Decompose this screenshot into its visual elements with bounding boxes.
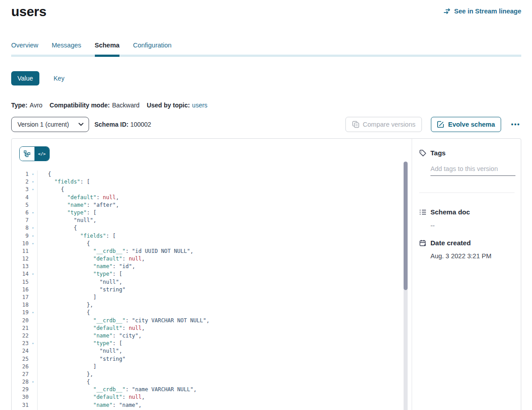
schema-id: Schema ID: 100002	[94, 121, 151, 128]
fold-arrow-icon[interactable]: ▾	[29, 171, 37, 178]
code-text: },	[37, 371, 412, 378]
line-number: 31	[12, 401, 29, 409]
date-created-heading: Date created	[430, 239, 471, 247]
code-line: 21 "default": null,	[12, 325, 412, 332]
fold-arrow-icon[interactable]: ▾	[29, 186, 37, 193]
code-editor[interactable]: 1▾{2▾ "fields": [3▾ {4 "default": null,5…	[12, 171, 412, 410]
line-number: 23	[12, 340, 29, 347]
list-icon	[419, 209, 426, 216]
line-number: 13	[12, 263, 29, 270]
line-number: 4	[12, 194, 29, 201]
tree-view-button[interactable]	[20, 147, 34, 161]
fold-spacer	[29, 255, 37, 263]
fold-arrow-icon[interactable]: ▾	[29, 378, 37, 386]
tags-heading: Tags	[430, 149, 446, 157]
line-number: 19	[12, 309, 29, 316]
code-text: {	[37, 224, 412, 232]
fold-spacer	[29, 401, 37, 409]
fold-arrow-icon[interactable]: ▾	[29, 178, 37, 186]
code-text: "name": "id",	[37, 263, 412, 270]
scrollbar-track[interactable]	[404, 162, 408, 410]
value-tab-button[interactable]: Value	[11, 71, 39, 85]
line-number: 16	[12, 286, 29, 294]
code-text: "fields": [	[37, 178, 412, 186]
code-text: {	[37, 171, 412, 178]
version-select[interactable]: Version 1 (current)	[11, 117, 89, 132]
code-panel: </> 1▾{2▾ "fields": [3▾ {4 "default": nu…	[12, 139, 412, 410]
meta-item: Used by topic:users	[147, 102, 208, 109]
compare-versions-button[interactable]: Compare versions	[345, 117, 422, 132]
fold-spacer	[29, 325, 37, 332]
fold-arrow-icon[interactable]: ▾	[29, 224, 37, 232]
fold-spacer	[29, 201, 37, 209]
line-number: 2	[12, 178, 29, 186]
line-number: 29	[12, 386, 29, 393]
code-text: "string"	[37, 355, 412, 363]
tree-view-icon	[24, 150, 30, 157]
code-text: "null",	[37, 278, 412, 286]
tab-configuration[interactable]: Configuration	[133, 42, 171, 57]
schema-doc-heading-row: Schema doc	[419, 208, 515, 216]
schema-toggle: Value Key	[11, 71, 521, 85]
line-number: 12	[12, 255, 29, 263]
code-text: {	[37, 240, 412, 248]
code-line: 15 "null",	[12, 278, 412, 286]
code-line: 25 "string"	[12, 355, 412, 363]
code-text: {	[37, 378, 412, 386]
meta-item: Compatibility mode:Backward	[50, 102, 140, 109]
code-lines: 1▾{2▾ "fields": [3▾ {4 "default": null,5…	[12, 171, 412, 410]
code-text: {	[37, 186, 412, 193]
stream-lineage-link[interactable]: See in Stream lineage	[443, 8, 521, 15]
fold-arrow-icon[interactable]: ▾	[29, 240, 37, 248]
meta-row: Type:AvroCompatibility mode:BackwardUsed…	[11, 102, 521, 109]
schema-doc-heading: Schema doc	[430, 208, 470, 216]
tags-heading-row: Tags	[419, 149, 515, 157]
code-line: 11 "__crdb__": "id UUID NOT NULL",	[12, 248, 412, 255]
meta-value: Backward	[112, 102, 139, 109]
calendar-add-icon	[419, 239, 426, 247]
fold-spacer	[29, 278, 37, 286]
code-line: 3▾ {	[12, 186, 412, 193]
topic-link[interactable]: users	[192, 102, 207, 109]
code-text: ]	[37, 294, 412, 301]
code-view-icon: </>	[38, 151, 46, 156]
code-view-button[interactable]: </>	[34, 147, 49, 161]
tab-schema[interactable]: Schema	[95, 42, 120, 57]
code-line: 9▾ "fields": [	[12, 232, 412, 240]
fold-arrow-icon[interactable]: ▾	[29, 270, 37, 278]
meta-label: Compatibility mode:	[50, 102, 110, 109]
fold-arrow-icon[interactable]: ▾	[29, 232, 37, 240]
scrollbar-thumb[interactable]	[404, 162, 408, 290]
fold-spacer	[29, 393, 37, 401]
tags-input[interactable]	[430, 165, 515, 176]
line-number: 8	[12, 224, 29, 232]
code-line: 24 "null",	[12, 347, 412, 355]
key-tab-button[interactable]: Key	[51, 74, 67, 82]
line-number: 22	[12, 332, 29, 340]
code-line: 12 "default": null,	[12, 255, 412, 263]
fold-arrow-icon[interactable]: ▾	[29, 340, 37, 347]
code-text: "type": [	[37, 270, 412, 278]
code-text: {	[37, 309, 412, 316]
line-number: 11	[12, 248, 29, 255]
evolve-schema-button[interactable]: Evolve schema	[431, 117, 501, 132]
code-text: "default": null,	[37, 255, 412, 263]
tab-overview[interactable]: Overview	[11, 42, 38, 57]
line-number: 25	[12, 355, 29, 363]
chevron-down-icon	[78, 123, 84, 126]
tab-messages[interactable]: Messages	[51, 42, 81, 57]
evolve-schema-label: Evolve schema	[448, 121, 495, 128]
code-line: 28▾ {	[12, 378, 412, 386]
line-number: 27	[12, 371, 29, 378]
meta-value: Avro	[30, 102, 43, 109]
code-line: 17 ]	[12, 294, 412, 301]
fold-spacer	[29, 301, 37, 309]
fold-arrow-icon[interactable]: ▾	[29, 209, 37, 217]
schema-id-label: Schema ID:	[94, 121, 128, 128]
more-options-button[interactable]: •••	[510, 119, 521, 130]
page-title: users	[11, 4, 47, 19]
code-text: "default": null,	[37, 393, 412, 401]
fold-arrow-icon[interactable]: ▾	[29, 309, 37, 316]
code-text: "__crdb__": "name VARCHAR NULL",	[37, 386, 412, 393]
fold-spacer	[29, 286, 37, 294]
